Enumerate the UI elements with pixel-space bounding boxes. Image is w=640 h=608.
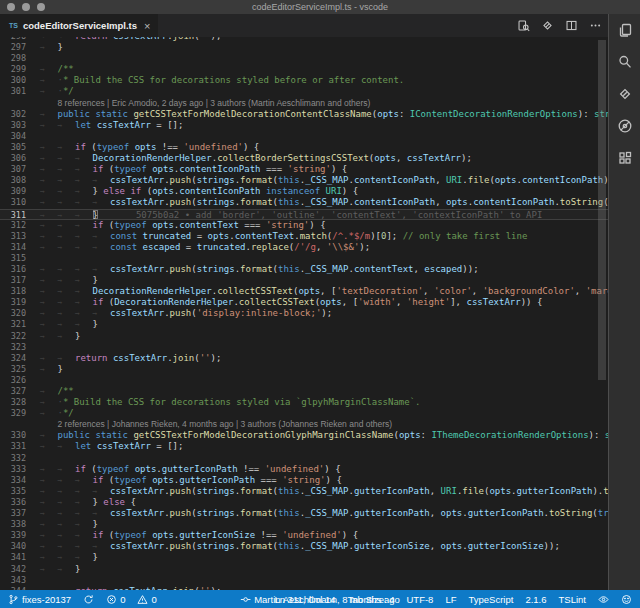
code-line[interactable]: 311→→→}5075b0a2 • add 'border', 'outline… xyxy=(0,209,608,220)
status-item-2-1-6[interactable]: 2.1.6 xyxy=(525,594,546,605)
code-line[interactable]: 317→→→} xyxy=(0,275,608,286)
code-line[interactable]: 340→→→→cssTextArr.push(strings.format(th… xyxy=(0,541,608,552)
code-line[interactable]: 305→→if (typeof opts !== 'undefined') { xyxy=(0,142,608,153)
code-line[interactable]: 329→·*/ xyxy=(0,408,608,419)
status-item-0[interactable]: 0 xyxy=(106,594,125,605)
code-line[interactable]: 322→→} xyxy=(0,331,608,342)
status-item-typescript[interactable]: TypeScript xyxy=(469,594,514,605)
code-line[interactable]: 331→→let cssTextArr = []; xyxy=(0,441,608,452)
tab-whitespace-arrow-icon: → xyxy=(40,486,58,497)
line-number: 314 xyxy=(0,242,26,253)
code-line[interactable]: 333→→if (typeof opts.gutterIconPath !== … xyxy=(0,464,608,475)
status-item-0[interactable]: 0 xyxy=(137,594,156,605)
code-line[interactable]: 341→→→} xyxy=(0,552,608,563)
tab-whitespace-arrow-icon: → xyxy=(58,475,76,486)
code-line[interactable]: 307→→→if (typeof opts.contentIconPath ==… xyxy=(0,164,608,175)
code-line[interactable]: 327→/** xyxy=(0,386,608,397)
code-line[interactable]: 301→·*/ xyxy=(0,86,608,97)
code-line[interactable]: 313→→→→const truncated = opts.contentTex… xyxy=(0,231,608,242)
code-line[interactable]: 321→→→} xyxy=(0,319,608,330)
code-line[interactable]: 332 xyxy=(0,453,608,464)
code-line[interactable]: 334→→→if (typeof opts.gutterIconPath ===… xyxy=(0,475,608,486)
code-line[interactable]: 337→→→→cssTextArr.push(strings.format(th… xyxy=(0,508,608,519)
open-preview-icon[interactable] xyxy=(517,19,530,32)
code-line[interactable]: 325→} xyxy=(0,364,608,375)
code-line[interactable]: 312→→→if (typeof opts.contentText === 's… xyxy=(0,220,608,231)
status-item[interactable] xyxy=(83,594,94,605)
line-number: 342 xyxy=(0,564,26,575)
codelens[interactable]: 8 references | Eric Amodio, 2 days ago |… xyxy=(0,98,608,109)
code-line[interactable]: 298 xyxy=(0,53,608,64)
code-line[interactable]: 323 xyxy=(0,342,608,353)
vscode-window: codeEditorServiceImpl.ts - vscode TS cod… xyxy=(0,0,640,608)
tab-whitespace-arrow-icon: → xyxy=(93,242,111,253)
code-token: push xyxy=(170,541,192,552)
tab-whitespace-arrow-icon: → xyxy=(93,508,111,519)
code-line[interactable]: 308→→→→cssTextArr.push(strings.format(th… xyxy=(0,175,608,186)
vertical-scrollbar[interactable] xyxy=(598,40,606,380)
code-token: opts xyxy=(320,297,342,308)
code-editor[interactable]: 296→→return cssTextArr.join('');297→}298… xyxy=(0,37,608,590)
minimize-window-button[interactable] xyxy=(22,3,30,11)
code-line[interactable]: 318→→→DecorationRenderHelper.collectCSST… xyxy=(0,286,608,297)
code-line[interactable]: 343 xyxy=(0,575,608,586)
code-line[interactable]: 336→→→} else { xyxy=(0,497,608,508)
close-tab-icon[interactable]: × xyxy=(144,20,150,32)
tab-whitespace-arrow-icon: → xyxy=(75,164,93,175)
status-item-martin-aeschlimann-8-months-ago[interactable]: Martin Aeschlimann, 8 months ago xyxy=(240,594,400,605)
codelens[interactable]: 2 references | Johannes Rieken, 4 months… xyxy=(0,419,608,430)
debug-disabled-icon[interactable] xyxy=(617,118,633,134)
code-token: format xyxy=(240,541,273,552)
tab-whitespace-arrow-icon: → xyxy=(58,331,76,342)
code-token: this xyxy=(278,541,300,552)
code-line[interactable]: 303→→let cssTextArr = []; xyxy=(0,120,608,131)
status-item[interactable] xyxy=(621,594,632,605)
close-window-button[interactable] xyxy=(7,3,15,11)
split-editor-icon[interactable] xyxy=(565,19,578,32)
maximize-window-button[interactable] xyxy=(37,3,45,11)
code-line[interactable]: 314→→→→const escaped = truncated.replace… xyxy=(0,242,608,253)
code-line[interactable]: 328→·* Build the CSS for decorations sty… xyxy=(0,397,608,408)
status-item-lf[interactable]: LF xyxy=(445,594,456,605)
status-item-fixes-20137[interactable]: fixes-20137 xyxy=(8,594,71,605)
code-token: ], xyxy=(450,297,466,308)
code-line[interactable]: 319→→→if (DecorationRenderHelper.collect… xyxy=(0,297,608,308)
code-line[interactable]: 315 xyxy=(0,253,608,264)
gitlens-icon[interactable] xyxy=(541,19,554,32)
code-line[interactable]: 304 xyxy=(0,131,608,142)
code-line[interactable]: 316→→→→cssTextArr.push(strings.format(th… xyxy=(0,264,608,275)
code-line[interactable]: 342→→} xyxy=(0,564,608,575)
codelens-label[interactable]: 2 references | Johannes Rieken, 4 months… xyxy=(40,419,392,430)
code-line[interactable]: 300→·* Build the CSS for decorations sty… xyxy=(0,75,608,86)
code-line[interactable]: 326 xyxy=(0,375,608,386)
code-line[interactable]: 302→public static getCSSTextForModelDeco… xyxy=(0,109,608,120)
code-line[interactable]: 324→→return cssTextArr.join(''); xyxy=(0,353,608,364)
code-line[interactable]: 299→/** xyxy=(0,64,608,75)
status-item-tslint[interactable]: TSLint xyxy=(559,594,586,605)
code-token: getCSSTextForModelDecorationContentClass… xyxy=(133,109,371,120)
tab-codeeditorserviceimpl[interactable]: TS codeEditorServiceImpl.ts × xyxy=(0,14,158,37)
search-icon[interactable] xyxy=(617,54,633,70)
extensions-icon[interactable] xyxy=(617,150,633,166)
gitlens-icon[interactable] xyxy=(617,86,633,102)
code-line[interactable]: 310→→→→cssTextArr.push(strings.format(th… xyxy=(0,197,608,208)
code-token: } xyxy=(58,42,63,53)
files-icon[interactable] xyxy=(617,22,633,38)
code-line[interactable]: 330→public static getCSSTextForModelDeco… xyxy=(0,430,608,441)
status-item-utf-8[interactable]: UTF-8 xyxy=(406,594,433,605)
code-token: if xyxy=(93,475,104,486)
code-line[interactable]: 320→→→→cssTextArr.push('display:inline-b… xyxy=(0,308,608,319)
code-token: push xyxy=(170,264,192,275)
code-line[interactable]: 297→} xyxy=(0,42,608,53)
code-token: strings xyxy=(197,541,235,552)
code-line[interactable]: 309→→→} else if (opts.contentIconPath in… xyxy=(0,186,608,197)
code-line[interactable]: 306→→→DecorationRenderHelper.collectBord… xyxy=(0,153,608,164)
code-line[interactable]: 339→→→if (typeof opts.gutterIconSize !==… xyxy=(0,530,608,541)
codelens-label[interactable]: 8 references | Eric Amodio, 2 days ago |… xyxy=(40,98,370,109)
code-token: ): xyxy=(589,430,605,441)
more-actions-icon[interactable] xyxy=(589,19,602,32)
tab-whitespace-arrow-icon: → xyxy=(40,86,58,97)
status-item[interactable] xyxy=(598,594,609,605)
code-line[interactable]: 335→→→→cssTextArr.push(strings.format(th… xyxy=(0,486,608,497)
code-line[interactable]: 338→→→} xyxy=(0,519,608,530)
